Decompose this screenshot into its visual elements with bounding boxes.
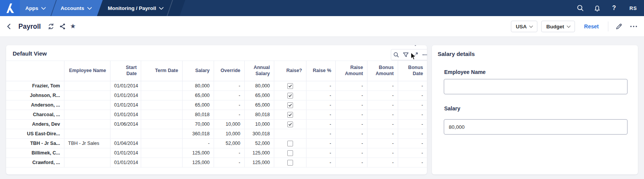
row-header-cell[interactable]: Billimek, C... [6, 148, 64, 158]
salary-cell[interactable]: 80,000 [182, 81, 214, 91]
raise-checkbox[interactable] [287, 93, 293, 99]
bonus-amount-cell[interactable]: - [367, 100, 398, 110]
raise-amount-cell[interactable]: - [335, 158, 367, 168]
salary-cell[interactable]: 125,000 [182, 148, 214, 158]
bonus-date-cell[interactable]: - [398, 81, 427, 91]
bonus-date-cell[interactable]: - [398, 158, 427, 168]
salary-input[interactable] [444, 119, 628, 135]
raise-amount-cell[interactable]: - [335, 110, 367, 120]
bonus-date-cell[interactable]: - [398, 120, 427, 129]
start-date-cell[interactable]: 01/01/2014 [110, 100, 141, 110]
bonus-amount-cell[interactable]: - [367, 110, 398, 120]
override-cell[interactable]: - [214, 81, 244, 91]
raise-checkbox[interactable] [287, 112, 293, 118]
start-date-cell[interactable]: 01/01/2014 [110, 148, 141, 158]
col-header-override[interactable]: Override [214, 61, 244, 81]
employee-name-cell[interactable] [64, 91, 110, 100]
term-date-cell[interactable] [141, 129, 182, 139]
refresh-icon[interactable] [48, 23, 54, 30]
user-avatar-initials[interactable]: RS [623, 5, 644, 11]
employee-name-input[interactable] [444, 79, 628, 94]
annual-salary-cell[interactable]: 125,000 [244, 148, 274, 158]
raise-cell[interactable] [274, 81, 306, 91]
raise-amount-cell[interactable]: - [335, 129, 367, 139]
col-header-term-date[interactable]: Term Date [141, 61, 182, 81]
more-ellipsis-icon[interactable] [629, 23, 638, 30]
help-icon[interactable]: ? [606, 5, 623, 11]
raise-checkbox[interactable] [287, 160, 293, 166]
raise-pct-cell[interactable]: - [306, 129, 335, 139]
annual-salary-cell[interactable]: 80,000 [244, 81, 274, 91]
raise-checkbox[interactable] [287, 150, 293, 156]
row-header-cell[interactable]: Crawford, ... [6, 158, 64, 168]
raise-pct-cell[interactable]: - [306, 120, 335, 129]
grid-filter-icon[interactable] [403, 52, 409, 58]
bonus-amount-cell[interactable]: - [367, 81, 398, 91]
bonus-amount-cell[interactable]: - [367, 148, 398, 158]
raise-cell[interactable] [274, 110, 306, 120]
row-header-cell[interactable]: Frazier, Tom [6, 81, 64, 91]
start-date-cell[interactable]: 01/01/2014 [110, 110, 141, 120]
employee-name-cell[interactable] [64, 129, 110, 139]
bonus-date-cell[interactable]: - [398, 110, 427, 120]
row-header-cell[interactable]: Anderson, ... [6, 100, 64, 110]
raise-amount-cell[interactable]: - [335, 81, 367, 91]
override-cell[interactable]: 10,000 [214, 120, 244, 129]
col-header-annual-salary[interactable]: Annual Salary [244, 61, 274, 81]
annual-salary-cell[interactable]: 65,000 [244, 100, 274, 110]
bonus-date-cell[interactable]: - [398, 129, 427, 139]
reset-button[interactable]: Reset [584, 23, 599, 30]
bonus-amount-cell[interactable]: - [367, 120, 398, 129]
search-icon[interactable] [572, 4, 589, 12]
col-header-employee-name[interactable]: Employee Name [64, 61, 110, 81]
start-date-cell[interactable]: 01/06/2014 [110, 120, 141, 129]
salary-cell[interactable]: 70,000 [182, 120, 214, 129]
raise-cell[interactable] [274, 129, 306, 139]
raise-amount-cell[interactable]: - [335, 120, 367, 129]
bonus-date-cell[interactable]: - [398, 148, 427, 158]
version-dropdown[interactable]: Budget [541, 21, 575, 32]
edit-pencil-icon[interactable] [615, 23, 623, 30]
notifications-bell-icon[interactable] [589, 4, 606, 12]
employee-name-cell[interactable] [64, 148, 110, 158]
override-cell[interactable]: - [214, 110, 244, 120]
employee-name-cell[interactable] [64, 158, 110, 168]
bonus-date-cell[interactable]: - [398, 91, 427, 100]
back-button[interactable] [6, 23, 12, 30]
override-cell[interactable]: 10,000 [214, 129, 244, 139]
start-date-cell[interactable]: 01/01/2014 [110, 158, 141, 168]
salary-cell[interactable]: 80,018 [182, 110, 214, 120]
col-header-raise-amount[interactable]: Raise Amount [335, 61, 367, 81]
nav-apps-menu[interactable]: Apps [25, 0, 45, 16]
term-date-cell[interactable] [141, 120, 182, 129]
bonus-date-cell[interactable]: - [398, 139, 427, 148]
raise-checkbox[interactable] [287, 83, 293, 89]
salary-cell[interactable]: 125,000 [182, 158, 214, 168]
raise-cell[interactable] [274, 158, 306, 168]
raise-amount-cell[interactable]: - [335, 148, 367, 158]
bonus-amount-cell[interactable]: - [367, 91, 398, 100]
raise-cell[interactable] [274, 100, 306, 110]
grid-search-icon[interactable] [393, 52, 399, 58]
start-date-cell[interactable]: 01/01/2014 [110, 81, 141, 91]
start-date-cell[interactable] [110, 129, 141, 139]
raise-amount-cell[interactable]: - [335, 100, 367, 110]
term-date-cell[interactable] [141, 81, 182, 91]
col-header-salary[interactable]: Salary [182, 61, 214, 81]
annual-salary-cell[interactable]: 65,000 [244, 91, 274, 100]
term-date-cell[interactable] [141, 100, 182, 110]
row-header-cell[interactable]: TBH - Jr Sa... [6, 139, 64, 148]
nav-accounts-menu[interactable]: Accounts [61, 0, 91, 16]
employee-name-cell[interactable] [64, 81, 110, 91]
employee-name-cell[interactable] [64, 120, 110, 129]
col-header-row-label[interactable] [6, 61, 64, 81]
raise-pct-cell[interactable]: - [306, 158, 335, 168]
raise-amount-cell[interactable]: - [335, 91, 367, 100]
raise-pct-cell[interactable]: - [306, 148, 335, 158]
col-header-bonus-amount[interactable]: Bonus Amount [367, 61, 398, 81]
override-cell[interactable]: - [214, 158, 244, 168]
bonus-amount-cell[interactable]: - [367, 158, 398, 168]
row-header-cell[interactable]: Charcoal, ... [6, 110, 64, 120]
col-header-bonus-date[interactable]: Bonus Date [398, 61, 427, 81]
annual-salary-cell[interactable]: 125,000 [244, 158, 274, 168]
